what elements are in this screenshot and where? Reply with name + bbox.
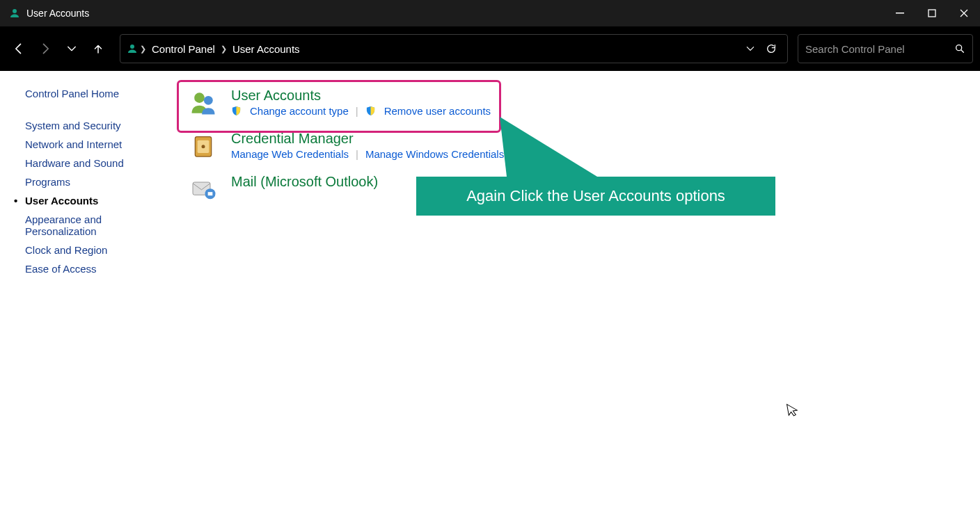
window-title: User Accounts bbox=[26, 8, 89, 19]
svg-rect-1 bbox=[896, 13, 904, 14]
svg-rect-2 bbox=[928, 10, 935, 17]
recent-dropdown[interactable] bbox=[60, 37, 84, 61]
callout-text: Again Click the User Accounts options bbox=[466, 187, 725, 205]
user-accounts-icon bbox=[188, 88, 219, 118]
sidebar-item-programs[interactable]: Programs bbox=[25, 172, 160, 191]
sidebar-item-system-security[interactable]: System and Security bbox=[25, 116, 160, 135]
link-manage-web-credentials[interactable]: Manage Web Credentials bbox=[231, 148, 349, 160]
search-icon[interactable] bbox=[954, 43, 965, 54]
address-dropdown[interactable] bbox=[740, 44, 761, 54]
credential-manager-icon bbox=[188, 131, 219, 161]
minimize-button[interactable] bbox=[884, 0, 916, 26]
category-title[interactable]: User Accounts bbox=[231, 88, 491, 105]
sidebar-list: System and Security Network and Internet… bbox=[25, 116, 160, 278]
sidebar-item-hardware-sound[interactable]: Hardware and Sound bbox=[25, 154, 160, 172]
sidebar-item-clock-region[interactable]: Clock and Region bbox=[25, 241, 160, 259]
link-divider: | bbox=[356, 105, 358, 117]
control-panel-home-link[interactable]: Control Panel Home bbox=[25, 88, 160, 99]
svg-marker-13 bbox=[500, 117, 597, 177]
annotation-arrow bbox=[500, 117, 597, 179]
user-icon bbox=[8, 7, 21, 19]
user-icon bbox=[126, 42, 139, 55]
maximize-button[interactable] bbox=[916, 0, 948, 26]
sidebar-item-network-internet[interactable]: Network and Internet bbox=[25, 135, 160, 154]
content: Control Panel Home System and Security N… bbox=[0, 71, 980, 516]
titlebar: User Accounts bbox=[0, 0, 980, 26]
forward-button[interactable] bbox=[33, 37, 57, 61]
address-bar[interactable]: ❯ Control Panel ❯ User Accounts bbox=[120, 34, 788, 63]
svg-point-6 bbox=[204, 96, 213, 105]
annotation-callout: Again Click the User Accounts options bbox=[416, 177, 775, 216]
back-button[interactable] bbox=[7, 37, 31, 61]
breadcrumb-root[interactable]: Control Panel bbox=[148, 43, 219, 55]
shield-icon bbox=[365, 106, 376, 116]
sidebar-item-appearance[interactable]: Appearance and Personalization bbox=[25, 210, 143, 241]
category-title[interactable]: Mail (Microsoft Outlook) bbox=[231, 174, 378, 191]
refresh-button[interactable] bbox=[761, 43, 782, 54]
sidebar: Control Panel Home System and Security N… bbox=[0, 71, 167, 516]
link-change-account-type[interactable]: Change account type bbox=[250, 105, 349, 117]
svg-point-5 bbox=[194, 92, 205, 103]
svg-point-3 bbox=[130, 45, 134, 49]
breadcrumb-current[interactable]: User Accounts bbox=[228, 43, 304, 55]
navbar: ❯ Control Panel ❯ User Accounts bbox=[0, 26, 980, 71]
close-button[interactable] bbox=[948, 0, 980, 26]
search-box[interactable] bbox=[798, 34, 973, 63]
sidebar-item-user-accounts[interactable]: User Accounts bbox=[25, 191, 160, 210]
sidebar-item-ease-access[interactable]: Ease of Access bbox=[25, 259, 160, 278]
chevron-right-icon: ❯ bbox=[219, 45, 228, 54]
svg-rect-12 bbox=[208, 192, 213, 195]
svg-point-0 bbox=[13, 9, 17, 13]
link-remove-user-accounts[interactable]: Remove user accounts bbox=[384, 105, 491, 117]
shield-icon bbox=[231, 106, 242, 116]
mail-icon bbox=[188, 174, 219, 204]
up-button[interactable] bbox=[86, 37, 110, 61]
svg-point-9 bbox=[202, 145, 205, 148]
svg-point-4 bbox=[956, 45, 962, 51]
category-title[interactable]: Credential Manager bbox=[231, 131, 504, 148]
chevron-right-icon: ❯ bbox=[139, 45, 148, 54]
link-divider: | bbox=[356, 148, 358, 160]
search-input[interactable] bbox=[805, 43, 954, 55]
cursor-icon bbox=[785, 401, 800, 419]
link-manage-windows-credentials[interactable]: Manage Windows Credentials bbox=[365, 148, 504, 160]
